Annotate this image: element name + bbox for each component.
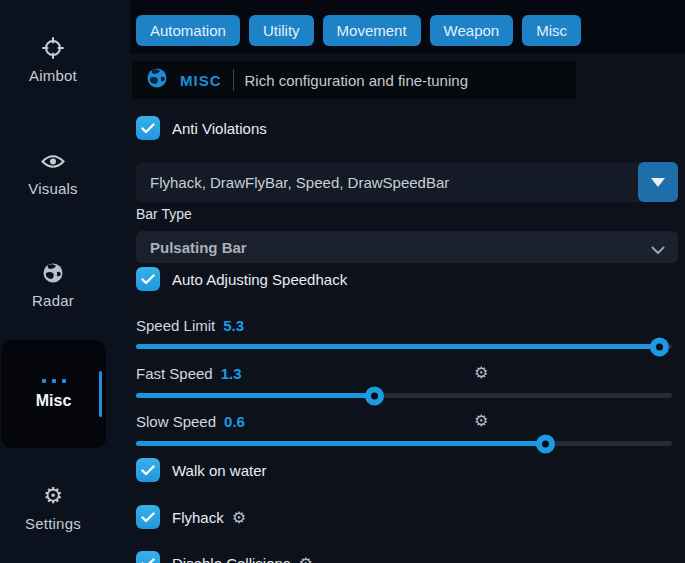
slider-label-fast-speed: Fast Speed 1.3 ⚙: [136, 363, 678, 383]
slider-label-speed-limit: Speed Limit 5.3: [136, 315, 678, 335]
sidebar-item-label: Misc: [36, 392, 72, 410]
slider-fill: [136, 393, 375, 398]
tab-weapon[interactable]: Weapon: [430, 15, 514, 46]
slider-name: Fast Speed: [136, 365, 213, 382]
checkbox-auto-adjusting-speedhack[interactable]: Auto Adjusting Speedhack: [136, 267, 347, 291]
sidebar-item-label: Settings: [25, 515, 81, 532]
checkbox-label: Auto Adjusting Speedhack: [172, 271, 347, 288]
slider-name: Speed Limit: [136, 317, 215, 334]
checkbox-label: Disable Collisions: [172, 555, 290, 563]
slider-thumb[interactable]: [536, 434, 555, 453]
bar-type-select[interactable]: Pulsating Bar: [136, 231, 678, 263]
gear-icon: ⚙: [41, 484, 65, 508]
checkbox-checked-icon[interactable]: [136, 505, 160, 529]
active-indicator-bar: [99, 371, 102, 417]
sidebar-item-label: Aimbot: [29, 67, 77, 84]
tab-misc[interactable]: Misc: [522, 15, 581, 46]
slider-slow-speed[interactable]: [136, 441, 672, 446]
checkbox-walk-on-water[interactable]: Walk on water: [136, 458, 266, 482]
select-value: Pulsating Bar: [136, 239, 247, 256]
checkbox-disable-collisions[interactable]: Disable Collisions ⚙: [136, 551, 313, 563]
checkbox-checked-icon[interactable]: [136, 551, 160, 563]
slider-fill: [136, 344, 660, 349]
tab-utility[interactable]: Utility: [249, 15, 314, 46]
checkbox-label: Flyhack: [172, 509, 224, 526]
checkbox-label: Walk on water: [172, 462, 266, 479]
gear-icon[interactable]: ⚙: [232, 508, 246, 527]
globe-icon: [145, 66, 169, 94]
eye-icon: [41, 149, 65, 173]
sidebar-item-visuals[interactable]: Visuals: [0, 149, 106, 197]
slider-speed-limit[interactable]: [136, 344, 672, 349]
crosshair-icon: [41, 36, 65, 60]
bar-multiselect[interactable]: Flyhack, DrawFlyBar, Speed, DrawSpeedBar: [136, 162, 678, 202]
bar-type-label: Bar Type: [136, 206, 192, 222]
multiselect-dropdown-button[interactable]: [638, 162, 678, 202]
ellipsis-icon: [42, 379, 66, 383]
checkbox-anti-violations[interactable]: Anti Violations: [136, 116, 267, 140]
tab-bar: Automation Utility Movement Weapon Misc: [136, 15, 581, 46]
gear-icon[interactable]: ⚙: [474, 411, 488, 430]
tab-movement[interactable]: Movement: [323, 15, 421, 46]
tab-automation[interactable]: Automation: [136, 15, 240, 46]
triangle-down-icon: [651, 178, 665, 187]
slider-value: 1.3: [221, 365, 242, 382]
section-title: MISC: [180, 72, 222, 89]
sidebar-item-settings[interactable]: ⚙ Settings: [0, 484, 106, 532]
sidebar-item-label: Radar: [32, 292, 74, 309]
app-window: Aimbot Visuals Radar: [0, 0, 685, 563]
sidebar-item-aimbot[interactable]: Aimbot: [0, 36, 106, 84]
globe-icon: [41, 261, 65, 285]
slider-value: 5.3: [223, 317, 244, 334]
gear-icon[interactable]: ⚙: [298, 554, 312, 563]
gear-icon[interactable]: ⚙: [474, 363, 488, 382]
checkbox-checked-icon[interactable]: [136, 267, 160, 291]
sidebar-item-label: Visuals: [28, 180, 77, 197]
sidebar: Aimbot Visuals Radar: [0, 0, 130, 563]
main-panel: Automation Utility Movement Weapon Misc …: [130, 0, 685, 563]
slider-fast-speed[interactable]: [136, 393, 672, 398]
slider-thumb[interactable]: [650, 337, 669, 356]
section-header: MISC Rich configuration and fine-tuning: [132, 61, 576, 99]
sidebar-item-radar[interactable]: Radar: [0, 261, 106, 309]
sidebar-item-misc-active[interactable]: Misc: [1, 340, 106, 448]
slider-value: 0.6: [224, 413, 245, 430]
slider-name: Slow Speed: [136, 413, 216, 430]
multiselect-value: Flyhack, DrawFlyBar, Speed, DrawSpeedBar: [136, 174, 449, 191]
slider-label-slow-speed: Slow Speed 0.6 ⚙: [136, 411, 678, 431]
slider-fill: [136, 441, 546, 446]
section-description: Rich configuration and fine-tuning: [245, 72, 468, 89]
checkbox-checked-icon[interactable]: [136, 116, 160, 140]
chevron-down-icon: [651, 241, 665, 259]
checkbox-label: Anti Violations: [172, 120, 267, 137]
divider: [233, 69, 234, 91]
checkbox-checked-icon[interactable]: [136, 458, 160, 482]
slider-thumb[interactable]: [365, 386, 384, 405]
checkbox-flyhack[interactable]: Flyhack ⚙: [136, 505, 246, 529]
